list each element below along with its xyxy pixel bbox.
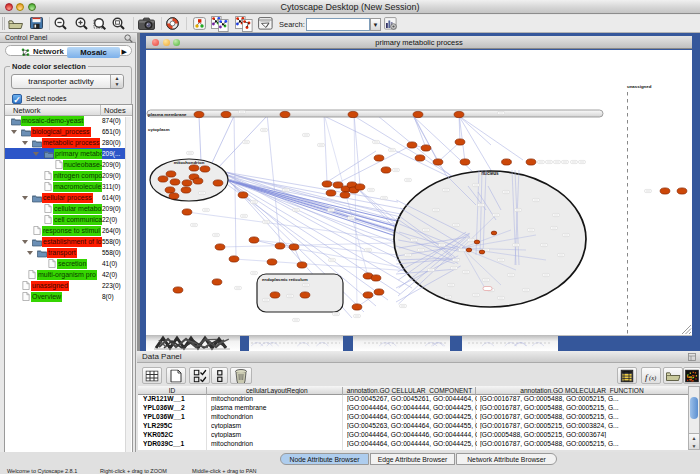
svg-text:unassigned: unassigned <box>627 84 652 89</box>
svg-text:(x): (x) <box>649 373 656 381</box>
svg-text:cytoplasm: cytoplasm <box>148 127 170 132</box>
svg-text:nucleus: nucleus <box>481 171 499 176</box>
svg-text:mitochondrion: mitochondrion <box>174 160 205 165</box>
svg-text:plasma membrane: plasma membrane <box>148 112 187 117</box>
svg-text:endoplasmic reticulum: endoplasmic reticulum <box>262 277 308 282</box>
